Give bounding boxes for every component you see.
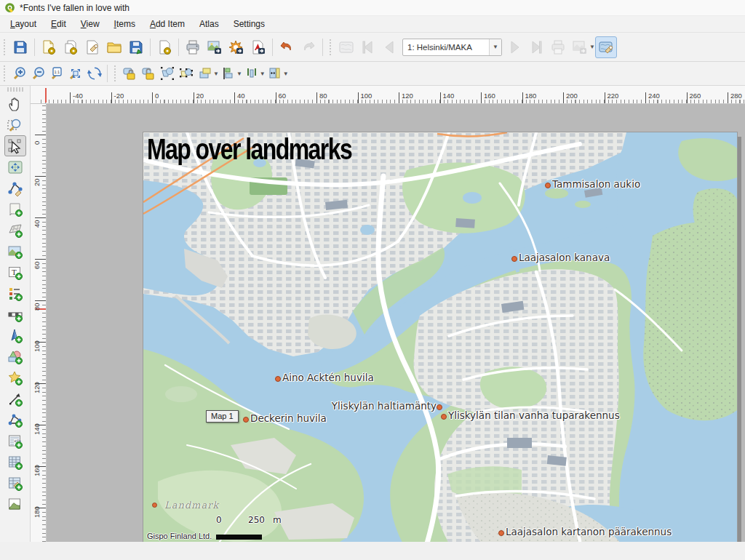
layout-page-map[interactable]: Map over landmarks Tammisalon aukioLaaja… bbox=[143, 132, 737, 542]
scalebar-item[interactable]: 0 250 m bbox=[216, 515, 296, 540]
add-picture-tool[interactable] bbox=[4, 241, 26, 262]
export-atlas-button[interactable] bbox=[569, 36, 591, 58]
add-attribute-table-icon bbox=[7, 455, 23, 471]
export-as-image-button[interactable] bbox=[204, 36, 226, 58]
add-legend-icon bbox=[7, 286, 23, 302]
duplicate-layout-button[interactable] bbox=[60, 36, 81, 58]
save-project-button[interactable] bbox=[9, 36, 31, 58]
move-item-content-tool[interactable] bbox=[4, 156, 26, 177]
toolbar-grip[interactable] bbox=[2, 39, 7, 55]
add-north-arrow-tool[interactable] bbox=[4, 325, 26, 346]
menu-add-item[interactable]: Add Item bbox=[143, 17, 192, 31]
menu-settings[interactable]: Settings bbox=[226, 17, 272, 31]
add-elevation-profile-tool[interactable] bbox=[4, 494, 26, 515]
zoom-in-button[interactable] bbox=[9, 64, 28, 83]
map-item bbox=[143, 132, 737, 542]
ruler-tick-label: -20 bbox=[111, 92, 124, 103]
export-as-pdf-button[interactable] bbox=[247, 36, 269, 58]
group-items-button[interactable] bbox=[158, 64, 177, 83]
redo-button[interactable] bbox=[298, 36, 319, 58]
ruler-tick-label: 80 bbox=[316, 92, 327, 103]
add-arrow-tool[interactable] bbox=[4, 388, 26, 409]
ruler-tick-label: 160 bbox=[481, 92, 495, 103]
lock-selected-items-button[interactable] bbox=[120, 64, 139, 83]
landmark-label: Laajasalon kartanon päärakennus bbox=[506, 526, 672, 537]
map-frame-tag[interactable]: Map 1 bbox=[206, 410, 239, 423]
combobox-dropdown-icon[interactable]: ▼ bbox=[489, 39, 501, 55]
atlas-settings-button[interactable] bbox=[595, 36, 617, 58]
resize-items-button[interactable] bbox=[266, 64, 284, 83]
toolbar-grip[interactable] bbox=[7, 87, 23, 92]
add-attribute-table-tool[interactable] bbox=[4, 452, 26, 473]
add-fixed-table-tool[interactable] bbox=[4, 473, 26, 494]
unlock-all-items-button[interactable] bbox=[139, 64, 158, 83]
last-feature-button[interactable] bbox=[525, 36, 547, 58]
save-as-template-button[interactable] bbox=[125, 36, 147, 58]
qgis-logo-icon bbox=[4, 2, 15, 13]
zoom-actual-size-button[interactable]: 1:1 bbox=[47, 64, 66, 83]
ruler-tick-label: 120 bbox=[399, 92, 413, 103]
menu-view[interactable]: View bbox=[73, 17, 107, 31]
atlas-feature-combobox[interactable]: 1: Helsinki/MAKA ▼ bbox=[402, 39, 502, 56]
add-marker-icon bbox=[7, 370, 23, 386]
horizontal-ruler[interactable]: -40-200204060801001201401601802002202402… bbox=[31, 86, 745, 104]
map-title-label[interactable]: Map over landmarks bbox=[147, 132, 351, 167]
select-move-item-tool[interactable] bbox=[4, 135, 26, 156]
first-feature-button[interactable] bbox=[357, 36, 379, 58]
add-node-item-tool[interactable] bbox=[4, 409, 26, 431]
export-as-svg-button[interactable] bbox=[226, 36, 247, 58]
align-items-dropdown-icon[interactable]: ▼ bbox=[236, 71, 242, 77]
zoom-full-extent-button[interactable] bbox=[66, 64, 85, 83]
undo-button[interactable] bbox=[276, 36, 298, 58]
raise-items-dropdown-icon[interactable]: ▼ bbox=[213, 71, 219, 77]
add-3d-map-tool[interactable] bbox=[4, 220, 26, 241]
layout-canvas[interactable]: Map over landmarks Tammisalon aukioLaaja… bbox=[47, 104, 745, 542]
ruler-tick-label: 60 bbox=[35, 259, 46, 269]
next-feature-button[interactable] bbox=[503, 36, 525, 58]
menu-layout[interactable]: Layout bbox=[3, 17, 44, 31]
pan-layout-tool[interactable] bbox=[4, 93, 26, 114]
zoom-tool[interactable] bbox=[4, 114, 26, 135]
ruler-tick-label: 240 bbox=[645, 92, 660, 103]
resize-items-dropdown-icon[interactable]: ▼ bbox=[283, 71, 289, 77]
ruler-tick-label: 80 bbox=[35, 300, 46, 311]
edit-nodes-item-tool[interactable] bbox=[4, 177, 26, 199]
ungroup-items-button[interactable] bbox=[177, 64, 196, 83]
print-atlas-button[interactable] bbox=[547, 36, 569, 58]
layout-manager-button[interactable] bbox=[81, 36, 103, 58]
new-layout-button[interactable] bbox=[38, 36, 60, 58]
add-map-tool[interactable] bbox=[4, 199, 26, 220]
landmark-label: Yliskylän tilan vanha tuparakennus bbox=[448, 409, 620, 421]
landmark-dot bbox=[545, 183, 551, 188]
previous-feature-button[interactable] bbox=[379, 36, 401, 58]
toolbar-grip[interactable] bbox=[328, 39, 333, 55]
ruler-position-indicator bbox=[45, 88, 47, 103]
raise-selected-items-button[interactable] bbox=[196, 64, 215, 83]
add-legend-tool[interactable] bbox=[4, 283, 26, 304]
legend-item[interactable]: Landmark bbox=[152, 500, 219, 511]
preview-atlas-button[interactable] bbox=[335, 36, 357, 58]
distribute-items-dropdown-icon[interactable]: ▼ bbox=[260, 71, 266, 77]
add-shape-tool[interactable] bbox=[4, 346, 26, 367]
menu-edit[interactable]: Edit bbox=[44, 17, 73, 31]
add-label-tool[interactable]: T bbox=[4, 262, 26, 283]
menu-items[interactable]: Items bbox=[107, 17, 143, 31]
add-html-tool[interactable]: </> bbox=[4, 431, 26, 452]
print-layout-button[interactable] bbox=[182, 36, 204, 58]
legend-point-symbol bbox=[152, 503, 157, 508]
align-items-button[interactable] bbox=[219, 64, 238, 83]
add-marker-tool[interactable] bbox=[4, 367, 26, 388]
layout-properties-button[interactable] bbox=[154, 36, 175, 58]
zoom-out-button[interactable] bbox=[28, 64, 47, 83]
menu-atlas[interactable]: Atlas bbox=[192, 17, 226, 31]
scalebar-max-label: 250 bbox=[248, 515, 265, 525]
distribute-items-button[interactable] bbox=[242, 64, 261, 83]
add-picture-icon bbox=[7, 244, 23, 260]
vertical-ruler[interactable]: 020406080100120140160180200 bbox=[31, 104, 47, 542]
toolbar-grip[interactable] bbox=[2, 65, 7, 81]
add-items-from-template-button[interactable] bbox=[103, 36, 125, 58]
toolbar-grip[interactable] bbox=[113, 65, 118, 81]
refresh-view-button[interactable] bbox=[85, 64, 104, 83]
edit-nodes-icon bbox=[7, 180, 23, 196]
add-scalebar-tool[interactable] bbox=[4, 304, 26, 325]
